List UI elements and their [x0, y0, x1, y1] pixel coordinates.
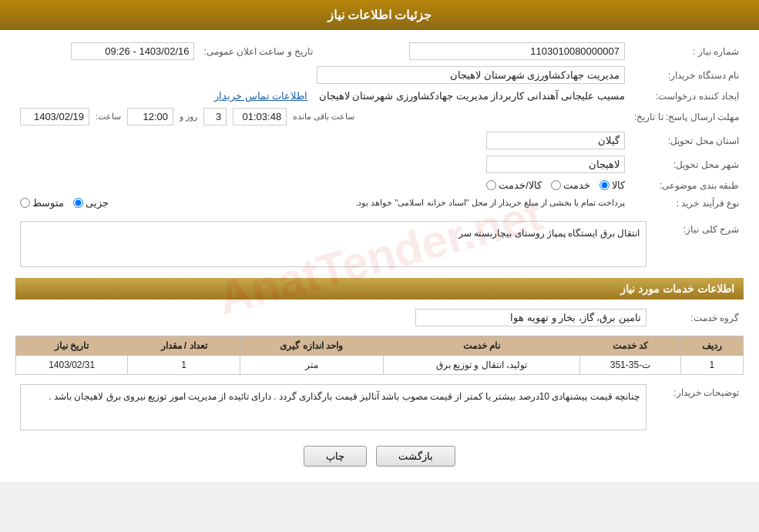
deadline-day-value: 3: [203, 108, 227, 125]
category-radio-khedmat[interactable]: [551, 180, 561, 190]
category-label: طبقه بندی موضوعی:: [630, 176, 744, 194]
purchase-type-jozi: جزیی: [73, 197, 109, 209]
buyer-org-label: نام دستگاه خریدار:: [630, 63, 744, 87]
deadline-time-label: ساعت:: [96, 112, 121, 122]
cell-0-4: 1: [128, 356, 240, 375]
city-label: شهر محل تحویل:: [630, 152, 744, 176]
col-header-unit: واحد اندازه گیری: [240, 336, 383, 356]
province-value: گیلان: [486, 132, 625, 149]
category-option-kala-khedmat: کالا/خدمت: [486, 179, 542, 191]
purchase-type-label-jozi: جزیی: [86, 197, 109, 209]
purchase-type-note: پرداخت تمام یا بخشی از مبلغ خریدار از مح…: [118, 198, 625, 208]
back-button[interactable]: بازگشت: [376, 446, 455, 467]
cell-0-5: 1403/02/31: [16, 356, 128, 375]
creator-value: مسیب علیجانی آهندانی کاربرداز مدیریت جها…: [319, 90, 625, 102]
deadline-time-value: 12:00: [127, 108, 173, 125]
description-table: شرح کلی نیاز: انتقال برق ایستگاه پمپاژ ر…: [15, 218, 744, 270]
deadline-remain-label: ساعت باقی مانده: [293, 112, 354, 122]
purchase-type-radio-jozi[interactable]: [73, 198, 83, 208]
deadline-remain-value: 01:03:48: [233, 108, 287, 125]
category-option-kala: کالا: [599, 179, 625, 191]
category-radio-kala-khedmat[interactable]: [486, 180, 496, 190]
col-header-row: ردیف: [680, 336, 743, 356]
cell-0-2: تولید، انتقال و توزیع برق: [383, 356, 579, 375]
description-value: انتقال برق ایستگاه پمپاژ روستای بیچاربست…: [20, 221, 646, 267]
deadline-day-label: روز و: [180, 112, 197, 122]
creator-label: ایجاد کننده درخواست:: [630, 87, 744, 105]
buyer-desc-label: توضیحات خریدار:: [651, 381, 744, 433]
buttons-row: بازگشت چاپ: [15, 446, 744, 467]
purchase-type-radio-group: متوسط جزیی: [20, 197, 109, 209]
services-section-header: اطلاعات خدمات مورد نیاز: [15, 278, 744, 299]
col-header-code: کد خدمت: [580, 336, 681, 356]
cell-0-0: 1: [680, 356, 743, 375]
page-title: جزئیات اطلاعات نیاز: [327, 8, 432, 22]
buyer-desc-table: توضیحات خریدار: چنانچه قیمت پیشنهادی 10د…: [15, 381, 744, 433]
info-table: شماره نیاز : 1103010080000007 تاریخ و سا…: [15, 39, 744, 212]
contact-link[interactable]: اطلاعات تماس خریدار: [214, 90, 307, 102]
print-button[interactable]: چاپ: [304, 446, 367, 467]
purchase-type-label: نوع فرآیند خرید :: [630, 194, 744, 212]
cell-0-3: متر: [240, 356, 383, 375]
page-header: جزئیات اطلاعات نیاز: [0, 0, 759, 30]
category-label-khedmat: خدمت: [563, 179, 590, 191]
deadline-label: مهلت ارسال پاسخ: تا تاریخ:: [630, 105, 744, 129]
purchase-type-motavaset: متوسط: [20, 197, 64, 209]
announce-value: 1403/02/16 - 09:26: [71, 42, 194, 60]
service-group-value: تامین برق، گاز، بخار و تهویه هوا: [415, 309, 646, 326]
announce-label: تاریخ و ساعت اعلان عمومی:: [199, 39, 317, 63]
buyer-org-value: مدیریت جهادکشاورزی شهرستان لاهیجان: [317, 66, 625, 84]
description-label: شرح کلی نیاز:: [651, 218, 744, 270]
request-number-label: شماره نیاز :: [630, 39, 744, 63]
col-header-name: نام خدمت: [383, 336, 579, 356]
request-number-value: 1103010080000007: [409, 42, 625, 60]
province-label: استان محل تحویل:: [630, 129, 744, 152]
main-container: جزئیات اطلاعات نیاز AnatTender.net شماره…: [0, 0, 759, 482]
service-group-label: گروه خدمت:: [651, 306, 744, 330]
cell-0-1: ت-35-351: [580, 356, 681, 375]
category-radio-kala[interactable]: [599, 180, 610, 190]
service-group-table: گروه خدمت: تامین برق، گاز، بخار و تهویه …: [15, 306, 744, 330]
purchase-type-radio-motavaset[interactable]: [20, 198, 30, 208]
services-table: ردیف کد خدمت نام خدمت واحد اندازه گیری ت…: [15, 336, 744, 375]
city-value: لاهیجان: [486, 156, 625, 173]
buyer-desc-value: چنانچه قیمت پیشنهادی 10درصد بیشتر یا کمت…: [20, 384, 646, 430]
col-header-date: تاریخ نیاز: [16, 336, 128, 356]
category-option-khedmat: خدمت: [551, 179, 590, 191]
deadline-date: 1403/02/19: [20, 108, 89, 125]
table-row: 1ت-35-351تولید، انتقال و توزیع برقمتر114…: [16, 356, 744, 375]
col-header-qty: تعداد / مقدار: [128, 336, 240, 356]
category-label-kala: کالا: [612, 179, 625, 191]
purchase-type-label-motavaset: متوسط: [32, 197, 64, 209]
category-radio-group: کالا/خدمت خدمت کالا: [486, 179, 625, 191]
category-label-kala-khedmat: کالا/خدمت: [499, 179, 542, 191]
content-area: AnatTender.net شماره نیاز : 110301008000…: [0, 30, 759, 482]
